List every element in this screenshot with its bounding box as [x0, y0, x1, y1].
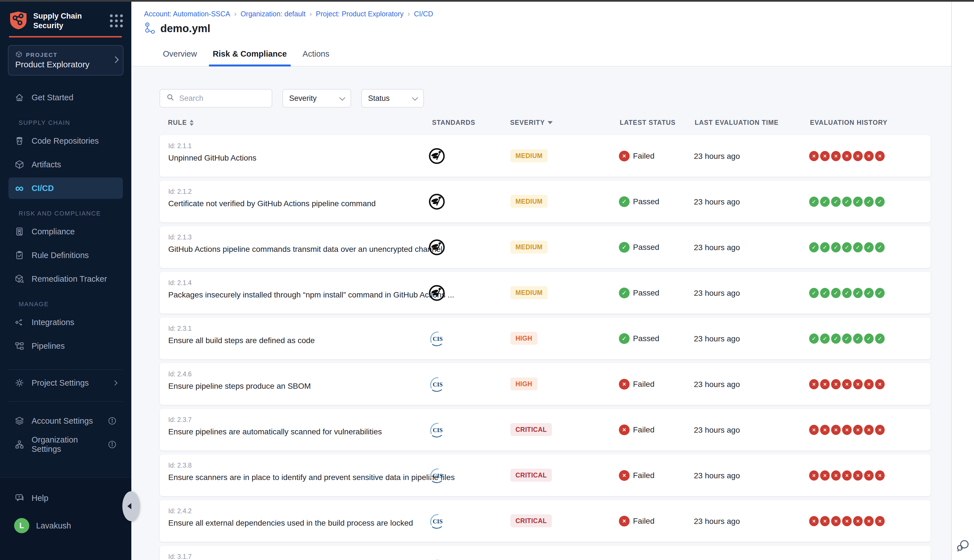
last-evaluation-time: 23 hours ago	[694, 243, 740, 252]
sidebar-item-artifacts[interactable]: Artifacts	[8, 154, 123, 175]
sidebar-item-remediation-tracker[interactable]: Remediation Tracker	[8, 268, 123, 290]
history-pass-icon: ✓	[809, 197, 819, 207]
last-evaluation-time: 23 hours ago	[694, 197, 740, 207]
rule-name: GitHub Actions pipeline commands transmi…	[168, 245, 442, 254]
rule-id: Id: 2.3.1	[168, 325, 192, 332]
table-row[interactable]: Id: 2.1.4 Packages insecurely installed …	[160, 272, 931, 314]
history-fail-icon: ×	[875, 151, 885, 161]
severity-filter-dropdown[interactable]: Severity	[282, 89, 351, 108]
search-box	[160, 89, 272, 108]
history-fail-icon: ×	[809, 151, 819, 161]
history-pass-icon: ✓	[864, 288, 874, 298]
apps-grid-icon[interactable]	[110, 14, 123, 27]
breadcrumb-cicd[interactable]: CI/CD	[404, 10, 433, 18]
sidebar-item-account-settings[interactable]: Account Settings	[8, 410, 123, 432]
sidebar-item-rule-definitions[interactable]: Rule Definitions	[8, 245, 123, 266]
search-icon	[166, 93, 175, 104]
breadcrumb-organization[interactable]: Organization: default	[230, 10, 305, 18]
table-row[interactable]: Id: 2.3.8 Ensure scanners are in place t…	[160, 454, 931, 496]
severity-filter-label: Severity	[289, 94, 317, 103]
history-pass-icon: ✓	[809, 288, 819, 298]
history-pass-icon: ✓	[842, 288, 852, 298]
standards-icon: CIS	[428, 421, 445, 438]
column-header-latest-status[interactable]: LATEST STATUS	[620, 119, 675, 127]
pipeline-icon	[144, 22, 156, 35]
history-fail-icon: ×	[820, 151, 830, 161]
cis-standard-icon: CIS	[428, 512, 445, 530]
column-header-rule[interactable]: RULE	[168, 119, 193, 127]
status-icon: ×	[619, 379, 630, 390]
tab-overview[interactable]: Overview	[163, 42, 197, 66]
brand-row: Supply Chain Security	[9, 11, 123, 31]
breadcrumb-project[interactable]: Project: Product Exploratory	[305, 10, 404, 18]
sidebar-item-get-started[interactable]: Get Started	[8, 87, 123, 108]
table-row[interactable]: Id: 2.3.7 Ensure pipelines are automatic…	[160, 408, 931, 451]
column-header-severity[interactable]: SEVERITY	[510, 119, 553, 127]
history-fail-icon: ×	[842, 379, 852, 389]
sidebar-item-cicd[interactable]: ∞ CI/CD	[8, 177, 123, 199]
tab-actions[interactable]: Actions	[303, 42, 329, 66]
search-input[interactable]	[178, 94, 265, 103]
column-header-last-evaluation-time[interactable]: LAST EVALUATION TIME	[695, 119, 779, 127]
status-icon: ✓	[619, 288, 630, 298]
owasp-standard-icon	[428, 147, 445, 165]
history-pass-icon: ✓	[853, 197, 863, 207]
sidebar-item-compliance[interactable]: Compliance	[8, 221, 123, 242]
project-label-row: PROJECT	[15, 51, 57, 60]
sidebar-collapse-handle[interactable]	[122, 491, 140, 521]
sidebar-item-code-repositories[interactable]: Code Repositories	[8, 130, 123, 152]
sidebar-item-integrations[interactable]: Integrations	[8, 312, 123, 333]
column-label: STANDARDS	[432, 119, 475, 127]
column-header-evaluation-history[interactable]: EVALUATION HISTORY	[810, 119, 887, 127]
sidebar-item-pipelines[interactable]: Pipelines	[8, 335, 123, 357]
project-selector[interactable]: PROJECT Product Exploratory	[8, 45, 123, 75]
help-button[interactable]: ? Help	[8, 487, 123, 509]
status-icon: ×	[619, 151, 630, 162]
history-pass-icon: ✓	[809, 333, 819, 344]
history-fail-icon: ×	[864, 379, 874, 389]
last-evaluation-time: 23 hours ago	[694, 289, 740, 298]
owasp-standard-icon	[428, 238, 445, 256]
rule-id: Id: 2.1.4	[168, 279, 192, 287]
sidebar-item-label: Code Repositories	[32, 136, 99, 146]
severity-badge: MEDIUM	[510, 195, 548, 208]
sidebar-item-organization-settings[interactable]: Organization Settings	[8, 434, 123, 455]
evaluation-history: ✓✓✓✓✓✓✓	[809, 288, 885, 298]
sidebar-footer: ? Help L Lavakush	[0, 477, 131, 560]
breadcrumb: Account: Automation-SSCA Organization: d…	[144, 10, 433, 18]
table-row[interactable]: Id: 2.1.2 Certificate not verified by Gi…	[160, 180, 931, 223]
history-fail-icon: ×	[864, 151, 874, 161]
sidebar-item-project-settings[interactable]: Project Settings	[8, 372, 123, 393]
status-icon: ×	[619, 425, 630, 435]
history-fail-icon: ×	[853, 151, 863, 161]
table-row[interactable]: Id: 2.1.3 GitHub Actions pipeline comman…	[160, 226, 931, 268]
status-icon: ×	[619, 470, 630, 481]
column-label: RULE	[168, 119, 187, 127]
history-fail-icon: ×	[831, 516, 841, 526]
sort-icon	[190, 120, 193, 126]
user-menu[interactable]: L Lavakush	[8, 515, 123, 536]
latest-status: ✓ Passed	[619, 288, 659, 298]
cis-standard-icon: CIS	[428, 421, 445, 438]
table-row[interactable]: Id: 2.3.1 Ensure all build steps are def…	[160, 317, 931, 360]
table-row[interactable]: Id: 3.1.7 CIS CRITICAL × Failed 23 hours…	[160, 545, 931, 560]
cube-icon	[15, 51, 23, 60]
table-row[interactable]: Id: 2.4.6 Ensure pipeline steps produce …	[160, 363, 931, 405]
evaluation-history: ✓✓✓✓✓✓✓	[809, 333, 885, 344]
tab-risk-and-compliance[interactable]: Risk & Compliance	[213, 42, 287, 66]
status-label: Passed	[633, 243, 659, 252]
last-evaluation-time: 23 hours ago	[694, 471, 740, 480]
breadcrumb-account[interactable]: Account: Automation-SSCA	[144, 10, 230, 18]
evaluation-history: ✓✓✓✓✓✓✓	[809, 197, 885, 207]
history-fail-icon: ×	[842, 516, 852, 526]
table-row[interactable]: Id: 2.4.2 Ensure all external dependenci…	[160, 500, 931, 542]
column-header-standards[interactable]: STANDARDS	[432, 119, 475, 127]
sidebar-item-label: Integrations	[32, 318, 74, 327]
evaluation-history: ×××××××	[809, 516, 885, 526]
chat-bubbles-icon[interactable]	[956, 538, 970, 553]
status-label: Failed	[633, 517, 654, 526]
shield-logo-icon	[9, 11, 28, 31]
status-filter-dropdown[interactable]: Status	[361, 89, 424, 108]
table-row[interactable]: Id: 2.1.1 Unpinned GitHub Actions MEDIUM…	[160, 135, 931, 177]
latest-status: × Failed	[619, 470, 654, 481]
